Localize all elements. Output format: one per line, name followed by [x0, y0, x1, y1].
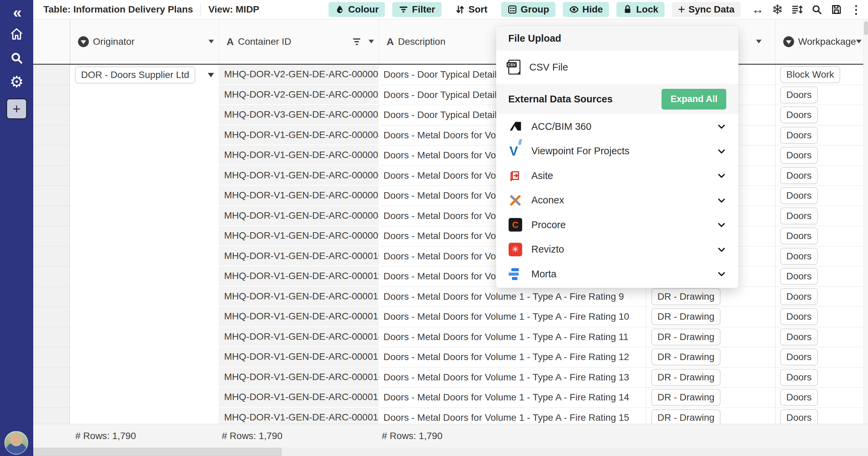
type-cell[interactable]: DR - Drawing	[647, 307, 775, 327]
gutter-cell[interactable]	[33, 287, 70, 307]
workpackage-chip[interactable]: Doors	[780, 329, 818, 345]
workpackage-chip[interactable]: Doors	[780, 127, 818, 144]
workpackage-chip[interactable]: Doors	[780, 308, 818, 325]
chevron-down-icon[interactable]	[717, 269, 726, 279]
workpackage-chip[interactable]: Doors	[780, 349, 818, 365]
workpackage-cell[interactable]: Doors	[775, 408, 863, 424]
container-id-cell[interactable]: MHQ-DOR-V1-GEN-DE-ARC-000005	[219, 145, 379, 166]
originator-cell[interactable]	[70, 287, 219, 307]
type-chip[interactable]: DR - Drawing	[651, 349, 721, 365]
gutter-cell[interactable]	[33, 105, 70, 125]
description-cell[interactable]: Doors - Metal Doors for Volume 1 - Type …	[379, 307, 646, 327]
workpackage-chip[interactable]: Doors	[780, 288, 818, 305]
originator-cell[interactable]	[70, 246, 219, 267]
gutter-cell[interactable]	[33, 347, 70, 368]
workpackage-cell[interactable]: Doors	[775, 287, 863, 307]
chevron-down-icon[interactable]	[717, 220, 726, 230]
originator-cell[interactable]	[70, 226, 219, 246]
chevron-down-icon[interactable]	[717, 122, 726, 131]
gutter-cell[interactable]	[33, 186, 70, 206]
data-source-item[interactable]: CProcore	[496, 213, 738, 237]
workpackage-chip[interactable]: Doors	[780, 389, 818, 406]
originator-cell[interactable]	[70, 307, 219, 327]
workpackage-chip[interactable]: Block Work	[780, 66, 840, 83]
originator-cell[interactable]: DOR - Doors Supplier Ltd	[70, 65, 219, 85]
chevron-down-icon[interactable]	[717, 146, 726, 156]
gutter-cell[interactable]	[33, 307, 70, 327]
workpackage-chip[interactable]: Doors	[780, 187, 818, 204]
data-source-item[interactable]: VViewpoint For Projects	[496, 139, 738, 164]
chevron-down-icon[interactable]	[717, 245, 726, 254]
chevron-down-icon[interactable]	[717, 196, 726, 205]
originator-cell[interactable]	[70, 166, 219, 186]
type-cell[interactable]: DR - Drawing	[647, 347, 775, 368]
gutter-cell[interactable]	[33, 266, 70, 287]
originator-cell[interactable]	[70, 408, 219, 424]
originator-cell[interactable]	[70, 266, 219, 287]
container-id-cell[interactable]: MHQ-DOR-V1-GEN-DE-ARC-000004	[219, 125, 379, 146]
gutter-cell[interactable]	[33, 226, 70, 246]
workpackage-cell[interactable]: Doors	[775, 206, 863, 226]
description-cell[interactable]: Doors - Metal Doors for Volume 1 - Type …	[379, 408, 646, 424]
vertical-scrollbar[interactable]	[863, 19, 868, 424]
description-cell[interactable]: Doors - Metal Doors for Volume 1 - Type …	[379, 327, 646, 348]
originator-cell[interactable]	[70, 206, 219, 226]
workpackage-cell[interactable]: Doors	[775, 85, 863, 105]
expand-columns-button[interactable]: ↔	[748, 1, 768, 18]
originator-cell[interactable]	[70, 368, 219, 388]
workpackage-cell[interactable]: Doors	[775, 347, 863, 368]
workpackage-cell[interactable]: Doors	[775, 226, 863, 246]
group-button[interactable]: Group	[501, 2, 555, 17]
row-height-button[interactable]	[787, 1, 807, 18]
type-cell[interactable]: DR - Drawing	[647, 327, 775, 348]
chevron-down-icon[interactable]	[209, 40, 214, 43]
description-cell[interactable]: Doors - Metal Doors for Volume 1 - Type …	[379, 368, 646, 388]
gutter-cell[interactable]	[33, 206, 70, 226]
column-header-originator[interactable]: Originator	[73, 19, 219, 64]
user-avatar[interactable]	[4, 431, 28, 455]
workpackage-cell[interactable]: Doors	[775, 307, 863, 327]
workpackage-chip[interactable]: Doors	[780, 268, 818, 285]
csv-file-item[interactable]: CSV CSV File	[496, 51, 738, 84]
gutter-cell[interactable]	[33, 408, 70, 424]
data-source-item[interactable]: ✳Revizto	[496, 237, 738, 262]
container-id-cell[interactable]: MHQ-DOR-V1-GEN-DE-ARC-000010	[219, 246, 379, 267]
type-cell[interactable]: DR - Drawing	[647, 287, 775, 307]
container-id-cell[interactable]: MHQ-DOR-V1-GEN-DE-ARC-000011	[219, 266, 379, 287]
gutter-cell[interactable]	[33, 125, 70, 146]
container-id-cell[interactable]: MHQ-DOR-V1-GEN-DE-ARC-000018	[219, 408, 379, 424]
chevron-down-icon[interactable]	[717, 171, 726, 180]
type-chip[interactable]: DR - Drawing	[651, 308, 721, 325]
workpackage-cell[interactable]: Doors	[775, 266, 863, 287]
type-cell[interactable]: DR - Drawing	[647, 388, 775, 408]
sync-data-button[interactable]: +Sync Data	[672, 2, 741, 17]
column-header-container-id[interactable]: A Container ID	[222, 19, 379, 64]
horizontal-scrollbar[interactable]	[33, 448, 868, 456]
workpackage-chip[interactable]: Doors	[780, 409, 818, 424]
collapse-sidebar-icon[interactable]: «	[0, 2, 33, 22]
cell-dropdown-caret-icon[interactable]	[208, 73, 214, 77]
workpackage-cell[interactable]: Doors	[775, 368, 863, 388]
hide-button[interactable]: Hide	[563, 2, 609, 17]
workpackage-cell[interactable]: Doors	[775, 327, 863, 348]
container-id-cell[interactable]: MHQ-DOR-V1-GEN-DE-ARC-000008	[219, 206, 379, 226]
workpackage-chip[interactable]: Doors	[780, 207, 818, 224]
container-id-cell[interactable]: MHQ-DOR-V1-GEN-DE-ARC-000015	[219, 347, 379, 368]
type-chip[interactable]: DR - Drawing	[651, 369, 721, 386]
horizontal-scrollbar-thumb[interactable]	[33, 448, 281, 456]
more-menu-button[interactable]: ⋮	[846, 1, 866, 18]
settings-gear-icon[interactable]: ⚙	[0, 70, 33, 94]
data-source-item[interactable]: Morta	[496, 262, 738, 286]
colour-button[interactable]: Colour	[329, 2, 385, 17]
gutter-cell[interactable]	[33, 368, 70, 388]
filter-button[interactable]: Filter	[392, 2, 441, 17]
add-button[interactable]: +	[6, 98, 27, 119]
data-source-item[interactable]: ACC/BIM 360	[496, 114, 738, 139]
container-id-cell[interactable]: MHQ-DOR-V1-GEN-DE-ARC-000009	[219, 226, 379, 246]
data-source-item[interactable]: Aconex	[496, 188, 738, 213]
gutter-cell[interactable]	[33, 145, 70, 166]
type-chip[interactable]: DR - Drawing	[651, 389, 721, 406]
search-nav-icon[interactable]	[0, 46, 33, 70]
container-id-cell[interactable]: MHQ-DOR-V1-GEN-DE-ARC-000012	[219, 287, 379, 307]
lock-button[interactable]: Lock	[616, 2, 664, 17]
